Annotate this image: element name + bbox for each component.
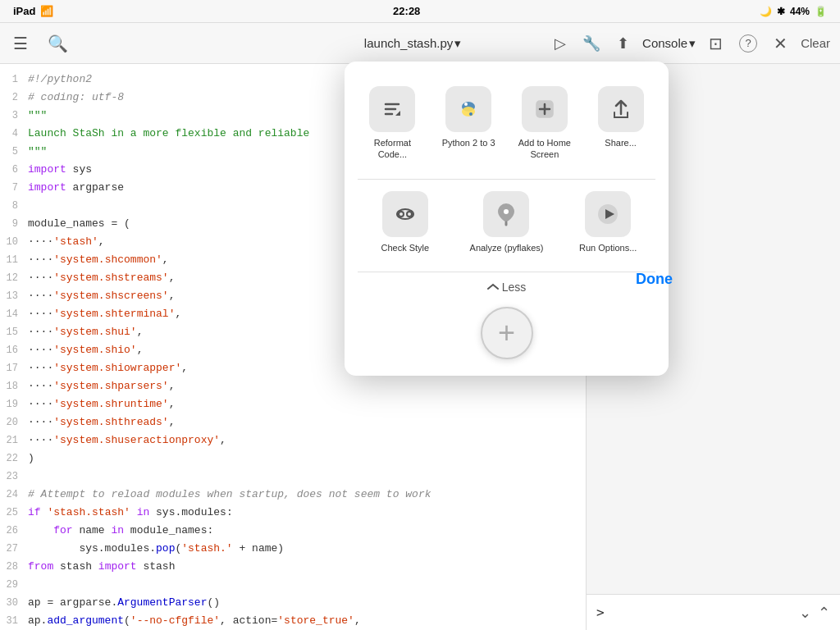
popup-row1: Reformat Code... Python 2 to 3 [358,78,655,169]
runoptions-label: Run Options... [579,242,637,253]
add-button[interactable]: + [481,307,533,359]
popup-item-homescreen[interactable]: Add to Home Screen [510,78,580,169]
svg-point-9 [399,212,404,217]
popup-item-checkstyle[interactable]: Check Style [377,183,432,262]
popup-bottom: + [358,299,655,359]
popup-item-runoptions[interactable]: Run Options... [576,183,640,262]
svg-point-3 [462,107,475,116]
homescreen-icon [522,86,568,132]
popup-item-share[interactable]: Share... [586,78,655,169]
svg-point-4 [464,103,468,106]
homescreen-label: Add to Home Screen [514,137,577,161]
popup-row2: Check Style Analyze (pyflakes) [358,183,655,262]
less-button[interactable]: Less [487,281,527,294]
chevron-up-icon [487,283,499,291]
checkstyle-label: Check Style [381,242,429,253]
done-button[interactable]: Done [636,271,673,288]
runoptions-icon [585,191,631,237]
popup-overlay: Reformat Code... Python 2 to 3 [0,0,840,630]
analyze-icon [483,191,529,237]
reformat-label: Reformat Code... [361,137,424,161]
popup-item-reformat[interactable]: Reformat Code... [358,78,427,169]
popup-item-analyze[interactable]: Analyze (pyflakes) [467,183,547,262]
checkstyle-icon [382,191,428,237]
popup-menu: Reformat Code... Python 2 to 3 [345,62,669,376]
share-popup-label: Share... [605,137,637,148]
popup-divider [358,179,655,180]
svg-point-10 [407,212,412,217]
add-icon: + [498,318,515,348]
analyze-label: Analyze (pyflakes) [470,242,544,253]
share-popup-icon [598,86,644,132]
reformat-icon [369,86,415,132]
popup-item-python23[interactable]: Python 2 to 3 [434,78,504,169]
svg-point-5 [469,112,472,116]
less-label: Less [502,281,527,294]
popup-less-row: Less [358,276,655,299]
python23-label: Python 2 to 3 [442,137,495,148]
svg-point-11 [504,209,509,214]
python23-icon [445,86,491,132]
